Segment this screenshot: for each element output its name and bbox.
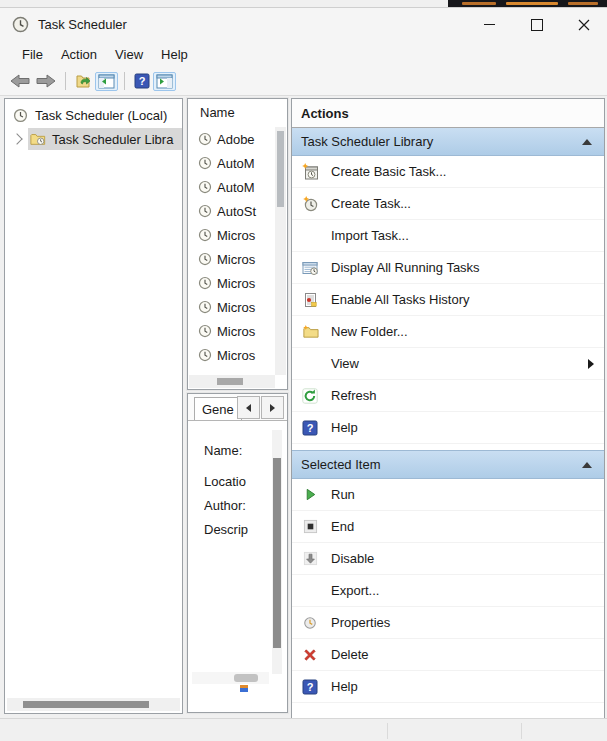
new-folder-icon — [302, 324, 319, 339]
task-list-item[interactable]: Micros — [189, 319, 275, 343]
task-list-item[interactable]: Micros — [189, 271, 275, 295]
clock-icon — [198, 180, 212, 194]
action-label: Create Basic Task... — [331, 164, 446, 179]
minimize-button[interactable] — [466, 8, 513, 41]
tab-scroll-buttons — [236, 396, 284, 419]
back-arrow-icon — [10, 74, 30, 88]
menu-action[interactable]: Action — [52, 44, 106, 65]
svg-text:?: ? — [307, 422, 314, 434]
details-horizontal-scrollbar[interactable] — [192, 672, 269, 684]
clock-icon — [198, 204, 212, 218]
scrollbar-thumb[interactable] — [234, 674, 258, 682]
action-label: New Folder... — [331, 324, 408, 339]
menu-help[interactable]: Help — [152, 44, 197, 65]
task-list-item[interactable]: AutoSt — [189, 199, 275, 223]
refresh-icon — [302, 388, 318, 404]
section-header-task-scheduler-library[interactable]: Task Scheduler Library — [292, 128, 604, 156]
maximize-button[interactable] — [513, 8, 560, 41]
task-list: Adobe AutoM AutoM AutoSt Micros Micros — [189, 127, 275, 375]
delete-icon — [302, 647, 318, 663]
action-label: End — [331, 519, 354, 534]
scrollbar-thumb[interactable] — [277, 131, 284, 207]
status-bar-separator — [387, 723, 388, 739]
task-list-item[interactable]: AutoM — [189, 175, 275, 199]
task-list-item[interactable]: Micros — [189, 295, 275, 319]
export-list-button[interactable] — [75, 73, 92, 89]
tree-item-task-scheduler-local[interactable]: Task Scheduler (Local) — [5, 103, 182, 127]
task-name: Micros — [217, 228, 255, 243]
tab-scroll-left-button[interactable] — [237, 396, 260, 419]
tree-item-label: Task Scheduler (Local) — [35, 108, 167, 123]
scrollbar-thumb[interactable] — [23, 701, 149, 708]
clock-icon — [198, 324, 212, 338]
task-list-item[interactable]: Micros — [189, 343, 275, 367]
task-name: Adobe — [217, 132, 255, 147]
task-list-item[interactable]: Adobe — [189, 127, 275, 151]
toolbar-separator — [65, 72, 66, 90]
properties-icon — [303, 616, 317, 630]
action-end[interactable]: End — [292, 511, 604, 543]
task-list-vertical-scrollbar[interactable] — [275, 127, 286, 375]
status-bar-separator — [521, 723, 522, 739]
forward-button[interactable] — [36, 74, 56, 88]
clipped-icon-fragment — [240, 685, 248, 692]
action-display-all-running-tasks[interactable]: Display All Running Tasks — [292, 252, 604, 284]
tab-scroll-right-button[interactable] — [261, 396, 284, 419]
task-list-item[interactable]: AutoM — [189, 151, 275, 175]
section-header-selected-item[interactable]: Selected Item — [292, 450, 604, 479]
help-button[interactable]: ? — [134, 73, 150, 89]
task-list-panel: Name Adobe AutoM AutoM AutoSt Micros — [187, 98, 288, 390]
tab-general[interactable]: Gene — [194, 397, 242, 420]
action-label: Enable All Tasks History — [331, 292, 470, 307]
status-bar — [0, 718, 607, 741]
section-header-label: Task Scheduler Library — [301, 134, 433, 149]
svg-text:?: ? — [307, 681, 314, 693]
collapse-arrow-icon[interactable] — [582, 139, 592, 145]
collapse-arrow-icon[interactable] — [582, 462, 592, 468]
back-button[interactable] — [10, 74, 30, 88]
action-create-basic-task[interactable]: Create Basic Task... — [292, 156, 604, 188]
action-create-task[interactable]: Create Task... — [292, 188, 604, 220]
column-header-name[interactable]: Name — [188, 99, 287, 124]
section-header-label: Selected Item — [301, 457, 381, 472]
scrollbar-thumb[interactable] — [273, 458, 281, 648]
action-new-folder[interactable]: New Folder... — [292, 316, 604, 348]
scrollbar-thumb[interactable] — [217, 378, 243, 385]
action-label: Properties — [331, 615, 390, 630]
action-view[interactable]: View — [292, 348, 604, 380]
background-window-fragment — [448, 0, 607, 7]
clock-icon — [13, 108, 28, 123]
menu-file[interactable]: File — [13, 44, 52, 65]
action-help-library[interactable]: ? Help — [292, 412, 604, 444]
end-icon — [303, 519, 318, 534]
action-delete[interactable]: Delete — [292, 639, 604, 671]
tree-horizontal-scrollbar[interactable] — [7, 698, 180, 711]
details-vertical-scrollbar[interactable] — [272, 430, 282, 674]
close-button[interactable] — [560, 8, 607, 41]
action-disable[interactable]: Disable — [292, 543, 604, 575]
action-refresh[interactable]: Refresh — [292, 380, 604, 412]
action-enable-all-tasks-history[interactable]: Enable All Tasks History — [292, 284, 604, 316]
maximize-icon — [531, 19, 543, 31]
action-run[interactable]: Run — [292, 479, 604, 511]
task-name: Micros — [217, 348, 255, 363]
task-name: Micros — [217, 276, 255, 291]
task-list-item[interactable]: Micros — [189, 247, 275, 271]
show-console-tree-button[interactable] — [95, 72, 118, 91]
background-text-fragment — [506, 2, 558, 5]
task-list-item[interactable]: Micros — [189, 223, 275, 247]
svg-text:?: ? — [139, 75, 146, 87]
expand-chevron-icon[interactable] — [11, 133, 22, 144]
title-bar: Task Scheduler — [0, 8, 607, 41]
action-properties[interactable]: Properties — [292, 607, 604, 639]
action-label: Import Task... — [331, 228, 409, 243]
tree-item-task-scheduler-library[interactable]: Task Scheduler Libra — [5, 127, 182, 151]
task-list-horizontal-scrollbar[interactable] — [189, 375, 275, 388]
action-export[interactable]: Export... — [292, 575, 604, 607]
action-import-task[interactable]: Import Task... — [292, 220, 604, 252]
action-help-selected[interactable]: ? Help — [292, 671, 604, 703]
menu-view[interactable]: View — [106, 44, 152, 65]
left-arrow-icon — [246, 404, 251, 412]
task-name: AutoM — [217, 180, 255, 195]
show-action-pane-button[interactable] — [153, 72, 176, 91]
